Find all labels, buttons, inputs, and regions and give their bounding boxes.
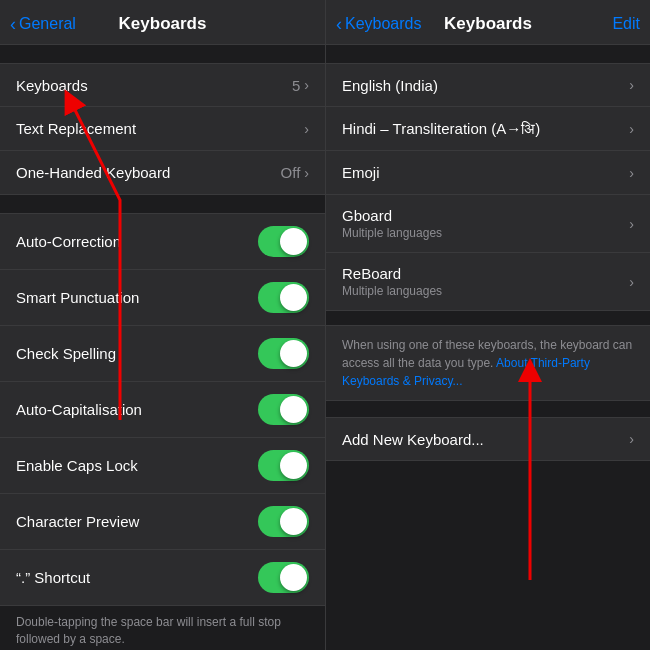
add-keyboard-item[interactable]: Add New Keyboard... › bbox=[326, 417, 650, 461]
check-spelling-item: Check Spelling bbox=[0, 326, 325, 382]
back-keyboards-button[interactable]: ‹ Keyboards bbox=[336, 14, 422, 35]
third-party-info-box: When using one of these keyboards, the k… bbox=[326, 325, 650, 401]
back-chevron-icon: ‹ bbox=[10, 14, 16, 35]
one-handed-right: Off › bbox=[281, 164, 309, 181]
one-handed-item[interactable]: One-Handed Keyboard Off › bbox=[0, 151, 325, 195]
reboard-title: ReBoard bbox=[342, 265, 442, 282]
back-general-label: General bbox=[19, 15, 76, 33]
one-handed-value: Off bbox=[281, 164, 301, 181]
reboard-subtitle: Multiple languages bbox=[342, 284, 442, 298]
enable-caps-lock-toggle[interactable] bbox=[258, 450, 309, 481]
gboard-item[interactable]: Gboard Multiple languages › bbox=[326, 195, 650, 253]
emoji-chevron-icon: › bbox=[629, 165, 634, 181]
hindi-transliteration-item[interactable]: Hindi – Transliteration (A→अि) › bbox=[326, 107, 650, 151]
text-replacement-right: › bbox=[304, 121, 309, 137]
character-preview-toggle[interactable] bbox=[258, 506, 309, 537]
edit-button[interactable]: Edit bbox=[612, 15, 640, 33]
left-title: Keyboards bbox=[119, 14, 207, 34]
enable-caps-lock-item: Enable Caps Lock bbox=[0, 438, 325, 494]
emoji-title: Emoji bbox=[342, 164, 380, 181]
gboard-chevron-icon: › bbox=[629, 216, 634, 232]
hindi-transliteration-content: Hindi – Transliteration (A→अि) bbox=[342, 120, 540, 138]
main-container: ‹ General Keyboards Keyboards 5 › Text R… bbox=[0, 0, 650, 650]
enable-caps-lock-label: Enable Caps Lock bbox=[16, 457, 138, 474]
back-keyboards-chevron-icon: ‹ bbox=[336, 14, 342, 35]
gboard-content: Gboard Multiple languages bbox=[342, 207, 442, 240]
english-india-content: English (India) bbox=[342, 77, 438, 94]
left-header: ‹ General Keyboards bbox=[0, 0, 325, 45]
keyboards-count: 5 bbox=[292, 77, 300, 94]
smart-punctuation-toggle[interactable] bbox=[258, 282, 309, 313]
emoji-item[interactable]: Emoji › bbox=[326, 151, 650, 195]
one-handed-label: One-Handed Keyboard bbox=[16, 164, 170, 181]
gboard-subtitle: Multiple languages bbox=[342, 226, 442, 240]
auto-capitalisation-toggle[interactable] bbox=[258, 394, 309, 425]
auto-capitalisation-item: Auto-Capitalisation bbox=[0, 382, 325, 438]
third-party-info-text: When using one of these keyboards, the k… bbox=[342, 336, 634, 390]
right-title: Keyboards bbox=[444, 14, 532, 34]
check-spelling-toggle[interactable] bbox=[258, 338, 309, 369]
back-general-button[interactable]: ‹ General bbox=[10, 14, 76, 35]
smart-punctuation-item: Smart Punctuation bbox=[0, 270, 325, 326]
shortcut-label: “.” Shortcut bbox=[16, 569, 90, 586]
text-replacement-chevron-icon: › bbox=[304, 121, 309, 137]
auto-capitalisation-label: Auto-Capitalisation bbox=[16, 401, 142, 418]
shortcut-item: “.” Shortcut bbox=[0, 550, 325, 606]
right-header: ‹ Keyboards Keyboards Edit bbox=[326, 0, 650, 45]
smart-punctuation-label: Smart Punctuation bbox=[16, 289, 139, 306]
right-panel: ‹ Keyboards Keyboards Edit English (Indi… bbox=[325, 0, 650, 650]
back-keyboards-label: Keyboards bbox=[345, 15, 422, 33]
reboard-item[interactable]: ReBoard Multiple languages › bbox=[326, 253, 650, 311]
shortcut-toggle[interactable] bbox=[258, 562, 309, 593]
one-handed-chevron-icon: › bbox=[304, 165, 309, 181]
add-keyboard-label: Add New Keyboard... bbox=[342, 431, 484, 448]
auto-correction-toggle[interactable] bbox=[258, 226, 309, 257]
add-keyboard-section: Add New Keyboard... › bbox=[326, 417, 650, 461]
left-section-nav: Keyboards 5 › Text Replacement › One-Han… bbox=[0, 63, 325, 195]
english-india-item[interactable]: English (India) › bbox=[326, 63, 650, 107]
english-india-title: English (India) bbox=[342, 77, 438, 94]
keyboards-nav-item[interactable]: Keyboards 5 › bbox=[0, 63, 325, 107]
keyboards-list: English (India) › Hindi – Transliteratio… bbox=[326, 63, 650, 311]
character-preview-item: Character Preview bbox=[0, 494, 325, 550]
shortcut-footer: Double-tapping the space bar will insert… bbox=[0, 606, 325, 650]
keyboards-nav-right: 5 › bbox=[292, 77, 309, 94]
auto-correction-label: Auto-Correction bbox=[16, 233, 121, 250]
left-section-toggles: Auto-Correction Smart Punctuation Check … bbox=[0, 213, 325, 606]
shortcut-footer-text: Double-tapping the space bar will insert… bbox=[16, 615, 281, 646]
auto-correction-item: Auto-Correction bbox=[0, 213, 325, 270]
check-spelling-label: Check Spelling bbox=[16, 345, 116, 362]
english-india-chevron-icon: › bbox=[629, 77, 634, 93]
hindi-transliteration-title: Hindi – Transliteration (A→अि) bbox=[342, 120, 540, 138]
reboard-content: ReBoard Multiple languages bbox=[342, 265, 442, 298]
character-preview-label: Character Preview bbox=[16, 513, 139, 530]
emoji-content: Emoji bbox=[342, 164, 380, 181]
keyboards-chevron-icon: › bbox=[304, 77, 309, 93]
left-panel: ‹ General Keyboards Keyboards 5 › Text R… bbox=[0, 0, 325, 650]
reboard-chevron-icon: › bbox=[629, 274, 634, 290]
hindi-transliteration-chevron-icon: › bbox=[629, 121, 634, 137]
text-replacement-label: Text Replacement bbox=[16, 120, 136, 137]
add-keyboard-chevron-icon: › bbox=[629, 431, 634, 447]
keyboards-nav-label: Keyboards bbox=[16, 77, 88, 94]
gboard-title: Gboard bbox=[342, 207, 442, 224]
text-replacement-item[interactable]: Text Replacement › bbox=[0, 107, 325, 151]
